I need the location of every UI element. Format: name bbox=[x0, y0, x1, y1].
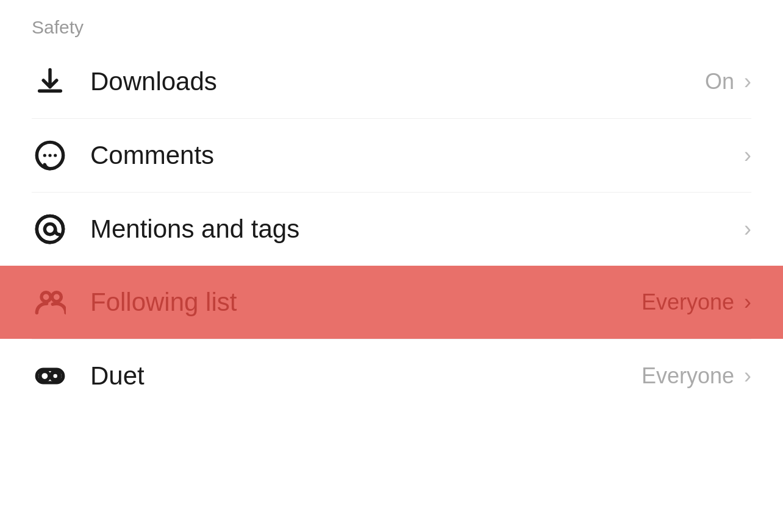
svg-point-3 bbox=[54, 154, 57, 157]
mention-icon bbox=[32, 211, 68, 247]
downloads-right: On › bbox=[705, 69, 751, 94]
svg-point-9 bbox=[40, 371, 49, 380]
following-right: Everyone › bbox=[642, 289, 751, 315]
mentions-chevron: › bbox=[744, 216, 751, 242]
downloads-label: Downloads bbox=[90, 67, 217, 96]
comments-left: Comments bbox=[32, 137, 214, 174]
duet-chevron: › bbox=[744, 363, 751, 389]
duet-icon bbox=[32, 358, 68, 394]
page-container: Safety Downloads On › bbox=[0, 0, 783, 532]
duet-label: Duet bbox=[90, 361, 145, 391]
duet-value: Everyone bbox=[642, 363, 734, 389]
svg-point-2 bbox=[48, 154, 51, 157]
following-chevron: › bbox=[744, 289, 751, 315]
section-title: Safety bbox=[32, 17, 84, 37]
svg-point-11 bbox=[53, 374, 57, 378]
duet-right: Everyone › bbox=[642, 363, 751, 389]
download-icon bbox=[32, 63, 68, 100]
following-icon bbox=[32, 284, 68, 321]
comments-item[interactable]: Comments › bbox=[0, 119, 783, 192]
comment-icon bbox=[32, 137, 68, 174]
downloads-left: Downloads bbox=[32, 63, 217, 100]
comments-label: Comments bbox=[90, 141, 214, 170]
following-label: Following list bbox=[90, 288, 237, 317]
following-value: Everyone bbox=[642, 289, 734, 315]
following-left: Following list bbox=[32, 284, 237, 321]
svg-point-1 bbox=[43, 154, 46, 157]
duet-item[interactable]: Duet Everyone › bbox=[0, 339, 783, 413]
downloads-value: On bbox=[705, 69, 734, 94]
comments-chevron: › bbox=[744, 143, 751, 168]
duet-left: Duet bbox=[32, 358, 145, 394]
svg-point-6 bbox=[41, 293, 51, 302]
section-header: Safety bbox=[0, 0, 783, 45]
downloads-item[interactable]: Downloads On › bbox=[0, 45, 783, 118]
mentions-left: Mentions and tags bbox=[32, 211, 299, 247]
comments-right: › bbox=[734, 143, 751, 168]
mentions-label: Mentions and tags bbox=[90, 215, 299, 244]
following-list-item[interactable]: Following list Everyone › bbox=[0, 266, 783, 339]
svg-point-7 bbox=[52, 293, 61, 302]
mentions-item[interactable]: Mentions and tags › bbox=[0, 193, 783, 266]
mentions-right: › bbox=[734, 216, 751, 242]
downloads-chevron: › bbox=[744, 69, 751, 94]
